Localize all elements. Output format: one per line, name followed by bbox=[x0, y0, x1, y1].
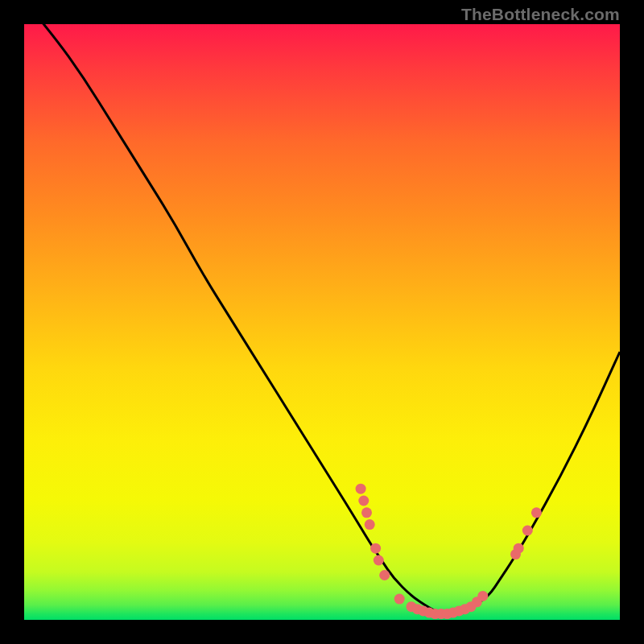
chart-frame: TheBottleneck.com bbox=[0, 0, 644, 644]
curve-path bbox=[24, 24, 620, 614]
curve-marker bbox=[361, 507, 372, 518]
attribution-label: TheBottleneck.com bbox=[461, 5, 620, 24]
curve-marker bbox=[356, 484, 366, 494]
curve-marker bbox=[379, 570, 390, 580]
curve-marker bbox=[365, 519, 375, 530]
curve-marker bbox=[477, 591, 488, 601]
curve-marker bbox=[358, 496, 369, 506]
curve-marker bbox=[374, 555, 384, 566]
curve-marker bbox=[370, 543, 381, 554]
bottleneck-curve bbox=[24, 24, 620, 620]
curve-marker bbox=[522, 526, 533, 536]
plot-area bbox=[24, 24, 620, 620]
marker-layer bbox=[356, 484, 542, 619]
curve-marker bbox=[531, 507, 542, 518]
curve-marker bbox=[394, 594, 405, 605]
curve-marker bbox=[514, 543, 524, 554]
